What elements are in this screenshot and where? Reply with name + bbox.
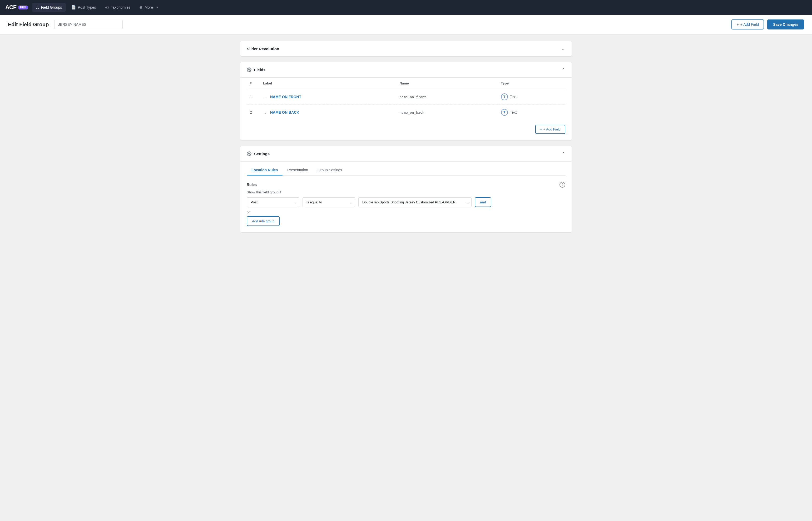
pro-badge: PRO [18, 5, 28, 9]
more-chevron-icon: ▼ [156, 6, 158, 9]
taxonomies-icon: 🏷 [105, 5, 109, 10]
page-header: Edit Field Group + + Add Field Save Chan… [0, 15, 812, 35]
or-label: or [247, 210, 565, 214]
nav-item-field-groups[interactable]: ☷ Field Groups [32, 3, 66, 12]
col-num: # [247, 77, 260, 89]
nav-logo: ACF PRO [5, 4, 28, 11]
field-name-cell-1: name_on_front [396, 89, 498, 105]
settings-card-header[interactable]: Settings ⌄ [240, 146, 572, 161]
fields-card-header[interactable]: Fields ⌄ [240, 62, 572, 77]
rule-post-select-wrap: Post ⌄ [247, 197, 299, 207]
header-actions: + + Add Field Save Changes [731, 20, 804, 29]
slider-revolution-title: Slider Revolution [247, 47, 279, 51]
fields-card: Fields ⌄ # Label Name Type 1 [240, 62, 572, 140]
tab-location-rules[interactable]: Location Rules [247, 165, 283, 176]
col-label: Label [260, 77, 396, 89]
type-icon-2: T [501, 109, 508, 116]
nav-item-more-label: More [145, 5, 153, 9]
field-expand-btn-1[interactable]: ⌄ [263, 94, 268, 99]
col-type: Type [498, 77, 565, 89]
nav-item-more[interactable]: ⊕ More ▼ [136, 3, 162, 12]
nav-item-taxonomies-label: Taxonomies [111, 5, 131, 9]
post-types-icon: 📄 [71, 5, 76, 10]
settings-chevron-icon: ⌄ [561, 151, 565, 157]
rules-title: Rules [247, 183, 257, 187]
fields-title: Fields [247, 67, 265, 72]
slider-revolution-chevron-icon: ⌄ [561, 46, 565, 51]
field-name-2: name_on_back [399, 111, 424, 114]
nav-item-post-types-label: Post Types [78, 5, 96, 9]
rule-operator-select[interactable]: is equal to [303, 197, 355, 207]
svg-point-0 [248, 69, 250, 70]
settings-card: Settings ⌄ Location Rules Presentation G… [240, 146, 572, 233]
add-field-row: + + Add Field [247, 120, 565, 134]
tab-group-settings[interactable]: Group Settings [313, 165, 347, 176]
field-label-link-1[interactable]: NAME ON FRONT [270, 95, 301, 99]
field-type-label-2: Text [510, 110, 517, 114]
settings-title: Settings [247, 151, 270, 156]
field-num-1: 1 [247, 89, 260, 105]
show-if-label: Show this field group if [247, 190, 565, 194]
table-row: 2 ⌄ NAME ON BACK name_on_back [247, 105, 565, 120]
field-group-name-input[interactable] [54, 20, 123, 29]
fields-card-body: # Label Name Type 1 ⌄ NAME ON FRONT [240, 77, 572, 140]
add-field-label: + Add Field [740, 22, 759, 27]
rules-help-icon[interactable]: ? [559, 182, 565, 188]
settings-gear-icon [247, 151, 251, 156]
more-icon: ⊕ [139, 5, 143, 10]
field-name-1: name_on_front [399, 95, 426, 99]
rule-post-select[interactable]: Post [247, 197, 299, 207]
add-field-button-bottom[interactable]: + + Add Field [535, 125, 565, 134]
add-field-bottom-label: + Add Field [544, 127, 561, 131]
field-type-cell-2: T Text [498, 105, 565, 120]
tab-presentation[interactable]: Presentation [283, 165, 313, 176]
rules-header: Rules ? [247, 182, 565, 188]
rule-value-select-wrap: DoubleTap Sports Shooting Jersey Customi… [358, 197, 471, 207]
field-name-cell-2: name_on_back [396, 105, 498, 120]
add-field-plus-icon: + [737, 22, 739, 27]
save-changes-button[interactable]: Save Changes [767, 20, 804, 29]
add-field-button-header[interactable]: + + Add Field [731, 20, 764, 29]
rule-operator-select-wrap: is equal to ⌄ [303, 197, 355, 207]
field-groups-icon: ☷ [36, 5, 39, 10]
add-field-bottom-plus-icon: + [540, 127, 542, 131]
table-row: 1 ⌄ NAME ON FRONT name_on_front [247, 89, 565, 105]
rules-section: Rules ? Show this field group if Post ⌄ … [247, 182, 565, 226]
slider-revolution-card: Slider Revolution ⌄ [240, 41, 572, 56]
type-icon-1: T [501, 93, 508, 100]
field-num-2: 2 [247, 105, 260, 120]
col-name: Name [396, 77, 498, 89]
nav-item-post-types[interactable]: 📄 Post Types [67, 3, 100, 12]
field-expand-btn-2[interactable]: ⌄ [263, 110, 268, 115]
nav-item-field-groups-label: Field Groups [41, 5, 62, 9]
field-label-cell-2: ⌄ NAME ON BACK [260, 105, 396, 120]
add-rule-group-button[interactable]: Add rule group [247, 216, 280, 226]
rule-row: Post ⌄ is equal to ⌄ DoubleTap Sports Sh… [247, 197, 565, 207]
fields-gear-icon [247, 67, 251, 72]
logo-text: ACF [5, 4, 16, 11]
fields-table: # Label Name Type 1 ⌄ NAME ON FRONT [247, 77, 565, 120]
and-button[interactable]: and [475, 197, 491, 207]
fields-chevron-icon: ⌄ [561, 67, 565, 73]
rule-value-select[interactable]: DoubleTap Sports Shooting Jersey Customi… [358, 197, 471, 207]
svg-point-1 [248, 153, 250, 155]
field-type-cell-1: T Text [498, 89, 565, 105]
slider-revolution-header[interactable]: Slider Revolution ⌄ [240, 41, 572, 56]
field-type-label-1: Text [510, 95, 517, 99]
field-label-link-2[interactable]: NAME ON BACK [270, 110, 299, 114]
nav-item-taxonomies[interactable]: 🏷 Taxonomies [101, 3, 134, 12]
settings-card-body: Location Rules Presentation Group Settin… [240, 161, 572, 232]
main-content: Slider Revolution ⌄ Fields ⌄ # Label Nam… [232, 35, 580, 244]
nav-bar: ACF PRO ☷ Field Groups 📄 Post Types 🏷 Ta… [0, 0, 812, 15]
settings-tabs: Location Rules Presentation Group Settin… [247, 162, 565, 176]
field-label-cell-1: ⌄ NAME ON FRONT [260, 89, 396, 105]
page-title: Edit Field Group [8, 22, 49, 28]
